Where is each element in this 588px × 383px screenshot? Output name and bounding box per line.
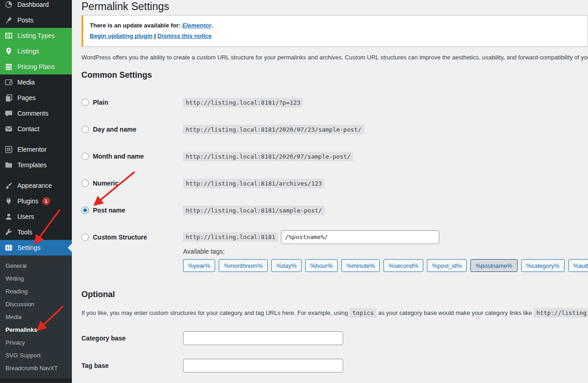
sidebar-item-label: Plugins: [17, 197, 38, 205]
sidebar-item-settings[interactable]: Settings: [0, 240, 72, 255]
category-link-code: http://listing.local:8181/topics/uncateg…: [534, 308, 588, 318]
update-count-badge: 1: [42, 197, 50, 205]
sidebar-item-listing-types[interactable]: Listing Types: [0, 28, 72, 43]
post-name-radio[interactable]: [81, 207, 89, 214]
tag-button-category[interactable]: %category%: [521, 259, 565, 272]
sidebar-item-label: Templates: [17, 161, 47, 169]
tag-button-year[interactable]: %year%: [183, 259, 215, 272]
settings-sliders-icon: [4, 243, 13, 252]
numeric-radio[interactable]: [81, 180, 89, 187]
tag-button-hour[interactable]: %hour%: [305, 259, 338, 272]
custom-structure-radio[interactable]: [81, 234, 89, 241]
category-base-input[interactable]: [183, 331, 343, 345]
update-notice: There is an update available for: Elemen…: [81, 15, 588, 47]
media-icon: [4, 78, 13, 87]
submenu-item-reading[interactable]: Reading: [0, 285, 72, 298]
submenu-label: Breadcrumb NavXT: [5, 365, 58, 372]
tag-base-label: Tag base: [81, 362, 183, 369]
brush-icon: [4, 181, 13, 190]
submenu-label: Privacy: [5, 339, 25, 346]
tag-button-author[interactable]: %author%: [568, 259, 588, 272]
dashboard-icon: [4, 0, 13, 9]
link-separator: |: [152, 32, 157, 39]
begin-updating-plugin-link[interactable]: Begin updating plugin: [90, 32, 152, 39]
plain-radio[interactable]: [81, 99, 89, 106]
submenu-item-svg-support[interactable]: SVG Support: [0, 349, 72, 362]
custom-structure-input[interactable]: [281, 230, 439, 244]
tag-button-monthnum[interactable]: %monthnum%: [219, 259, 268, 272]
option-label: Post name: [93, 207, 125, 214]
sidebar-item-label: Dashboard: [17, 1, 49, 8]
example-url: http://listing.local:8181/2020/07/23/sam…: [183, 125, 364, 134]
permalink-options-table: Plain http://listing.local:8181/?p=123 D…: [81, 89, 588, 250]
option-label: Custom Structure: [93, 234, 147, 241]
notice-text-prefix: There is an update available for:: [90, 22, 182, 29]
submenu-item-permalinks[interactable]: Permalinks: [0, 323, 72, 336]
listing-types-icon: [4, 31, 13, 40]
submenu-item-discussion[interactable]: Discussion: [0, 298, 72, 310]
day-and-name-radio[interactable]: [81, 126, 89, 133]
elementor-icon: [4, 145, 13, 154]
month-and-name-radio[interactable]: [81, 153, 89, 160]
sidebar-item-media[interactable]: Media: [0, 74, 72, 90]
pushpin-icon: [4, 16, 13, 25]
sidebar-item-listings[interactable]: Listings: [0, 43, 72, 59]
sidebar-item-label: Comments: [17, 110, 49, 117]
permalink-option-row-post-name: Post name http://listing.local:8181/samp…: [81, 197, 588, 223]
example-url: http://listing.local:8181/?p=123: [183, 98, 303, 107]
option-label: Day and name: [93, 126, 136, 133]
wrench-icon: [4, 228, 13, 237]
main-content: Permalink Settings There is an update av…: [72, 0, 588, 383]
permalink-option-row-custom-structure: Custom Structure http://listing.local:81…: [81, 223, 588, 250]
submenu-label: Writing: [5, 275, 24, 282]
sidebar-item-comments[interactable]: Comments: [0, 106, 72, 121]
sidebar-item-users[interactable]: Users: [0, 209, 72, 224]
sidebar-item-elementor[interactable]: Elementor: [0, 142, 72, 157]
sidebar-item-pricing-plans[interactable]: Pricing Plans: [0, 59, 72, 74]
submenu-label: Discussion: [5, 301, 34, 308]
sidebar-item-label: Pricing Plans: [17, 63, 55, 70]
tag-button-postname[interactable]: %postname%: [470, 259, 517, 272]
submenu-label: Reading: [5, 288, 27, 295]
menu-separator: [0, 137, 72, 142]
sidebar-item-tools[interactable]: Tools: [0, 224, 72, 240]
elementor-link[interactable]: Elementor: [182, 22, 211, 29]
menu-separator: [0, 173, 72, 178]
sidebar-item-contact[interactable]: Contact: [0, 121, 72, 137]
tag-button-day[interactable]: %day%: [271, 259, 302, 272]
user-icon: [4, 212, 13, 221]
tag-base-row: Tag base: [81, 352, 588, 379]
tag-button-minute[interactable]: %minute%: [341, 259, 380, 272]
available-tags-label: Available tags:: [183, 248, 588, 255]
sidebar-item-appearance[interactable]: Appearance: [0, 178, 72, 193]
submenu-item-privacy[interactable]: Privacy: [0, 336, 72, 349]
option-label: Numeric: [93, 180, 119, 187]
example-url: http://listing.local:8181/archives/123: [183, 179, 324, 188]
optional-paragraph: If you like, you may enter custom struct…: [81, 307, 588, 319]
page-title: Permalink Settings: [81, 0, 588, 13]
sidebar-item-plugins[interactable]: Plugins 1: [0, 193, 72, 209]
sidebar-item-label: Contact: [17, 125, 39, 133]
current-menu-arrow: [68, 244, 72, 252]
plug-icon: [4, 197, 13, 206]
submenu-item-general[interactable]: General: [0, 259, 72, 272]
tag-button-second[interactable]: %second%: [383, 259, 423, 272]
comment-icon: [4, 109, 13, 118]
sidebar-item-dashboard[interactable]: Dashboard: [0, 0, 72, 12]
submenu-item-writing[interactable]: Writing: [0, 272, 72, 285]
permalink-option-row-day-name: Day and name http://listing.local:8181/2…: [81, 116, 588, 143]
notice-text-suffix: .: [211, 22, 213, 29]
tag-base-input[interactable]: [183, 359, 343, 372]
submenu-item-media[interactable]: Media: [0, 310, 72, 323]
pages-icon: [4, 93, 13, 102]
dismiss-notice-link[interactable]: Dismiss this notice: [157, 32, 211, 39]
sidebar-item-pages[interactable]: Pages: [0, 90, 72, 106]
available-tags-row: %year% %monthnum% %day% %hour% %minute% …: [183, 259, 588, 272]
sidebar-item-label: Listing Types: [17, 32, 54, 39]
list-icon: [4, 62, 13, 71]
submenu-item-breadcrumb-navxt[interactable]: Breadcrumb NavXT: [0, 362, 72, 374]
optional-fields-table: Category base Tag base: [81, 324, 588, 379]
sidebar-item-posts[interactable]: Posts: [0, 12, 72, 28]
sidebar-item-templates[interactable]: Templates: [0, 157, 72, 173]
tag-button-post-id[interactable]: %post_id%: [427, 259, 467, 272]
